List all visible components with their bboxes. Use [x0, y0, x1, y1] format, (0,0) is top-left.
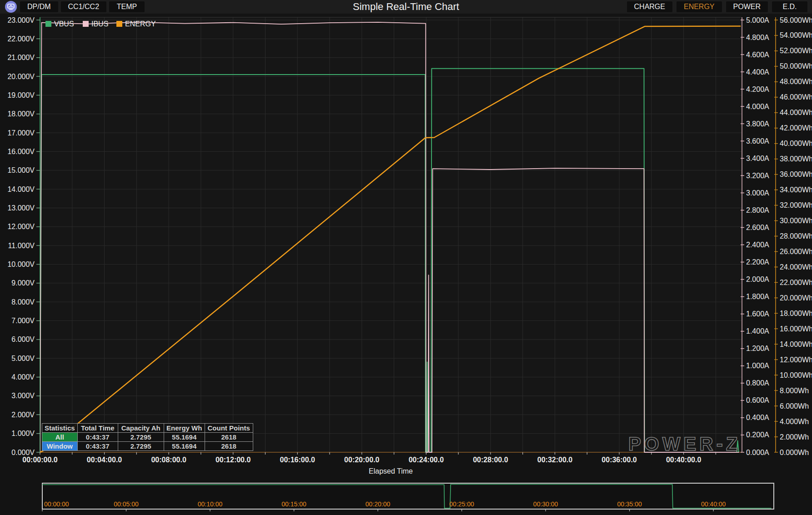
- table-row: Window 0:43:37 2.7295 55.1694 2618: [42, 442, 253, 451]
- svg-text:00:32:00.0: 00:32:00.0: [537, 456, 572, 464]
- svg-text:3.000A: 3.000A: [746, 189, 769, 197]
- time-tick-labels: 00:00:00.000:04:00.000:08:00.000:12:00.0…: [22, 452, 716, 464]
- svg-text:00:12:00.0: 00:12:00.0: [216, 456, 251, 464]
- svg-text:1.400A: 1.400A: [746, 327, 769, 335]
- svg-text:19.000V: 19.000V: [7, 91, 35, 99]
- svg-text:2.000Wh: 2.000Wh: [780, 433, 809, 441]
- svg-text:40.000Wh: 40.000Wh: [780, 140, 812, 147]
- navigator-time-label: 00:00:00: [44, 500, 69, 508]
- svg-text:1.800A: 1.800A: [746, 293, 769, 300]
- table-row: All 0:43:37 2.7295 55.1694 2618: [42, 433, 253, 442]
- svg-text:00:40:00.0: 00:40:00.0: [666, 456, 701, 464]
- svg-text:21.000V: 21.000V: [7, 54, 35, 61]
- stats-col-energy: Energy Wh: [164, 424, 205, 433]
- svg-text:4.000Wh: 4.000Wh: [780, 418, 809, 425]
- svg-text:42.000Wh: 42.000Wh: [780, 124, 812, 132]
- svg-text:2.200A: 2.200A: [746, 258, 769, 266]
- svg-text:00:16:00.0: 00:16:00.0: [280, 456, 315, 464]
- x-axis-title: Elapsed Time: [369, 467, 413, 475]
- app-logo-icon[interactable]: [5, 1, 17, 13]
- tab-ed[interactable]: E.D.: [772, 1, 807, 12]
- svg-text:3.800A: 3.800A: [746, 120, 769, 128]
- svg-text:18.000V: 18.000V: [7, 110, 35, 118]
- svg-text:2.800A: 2.800A: [746, 206, 769, 214]
- svg-text:26.000Wh: 26.000Wh: [780, 248, 812, 255]
- stats-window-capacity: 2.7295: [118, 442, 164, 451]
- svg-text:24.000Wh: 24.000Wh: [780, 263, 812, 271]
- navigator-time-label: 00:10:00: [198, 500, 223, 508]
- svg-text:13.000V: 13.000V: [7, 204, 35, 212]
- svg-text:36.000Wh: 36.000Wh: [780, 170, 812, 178]
- svg-text:30.000Wh: 30.000Wh: [780, 217, 812, 225]
- svg-text:17.000V: 17.000V: [7, 129, 35, 137]
- svg-text:4.800A: 4.800A: [746, 34, 769, 41]
- svg-text:4.000A: 4.000A: [746, 103, 769, 110]
- svg-text:2.400A: 2.400A: [746, 241, 769, 249]
- tab-power[interactable]: POWER: [726, 1, 768, 12]
- svg-text:00:08:00.0: 00:08:00.0: [151, 456, 186, 464]
- svg-text:5.000A: 5.000A: [746, 16, 769, 24]
- svg-text:3.600A: 3.600A: [746, 137, 769, 145]
- tab-energy[interactable]: ENERGY: [677, 1, 722, 12]
- svg-text:3.000V: 3.000V: [11, 392, 35, 400]
- svg-text:1.200A: 1.200A: [746, 345, 769, 352]
- stats-col-total-time: Total Time: [77, 424, 118, 433]
- stats-row-window-label: Window: [42, 442, 78, 451]
- svg-text:46.000Wh: 46.000Wh: [780, 93, 812, 101]
- energy-swatch-icon: [116, 21, 122, 27]
- legend-item-vbus[interactable]: VBUS: [45, 20, 74, 28]
- svg-text:0.400A: 0.400A: [746, 414, 769, 421]
- svg-text:5.000V: 5.000V: [11, 355, 35, 362]
- svg-text:22.000V: 22.000V: [7, 35, 35, 43]
- svg-text:18.000Wh: 18.000Wh: [780, 310, 812, 317]
- stats-all-count: 2618: [205, 433, 253, 442]
- navigator-time-label: 00:15:00: [281, 500, 306, 508]
- svg-text:28.000Wh: 28.000Wh: [780, 232, 812, 240]
- svg-text:16.000Wh: 16.000Wh: [780, 325, 812, 333]
- svg-text:52.000Wh: 52.000Wh: [780, 47, 812, 55]
- svg-text:11.000V: 11.000V: [8, 242, 35, 250]
- navigator-time-label: 00:35:00: [617, 500, 642, 508]
- navigator[interactable]: 00:00:0000:05:0000:10:0000:15:0000:20:00…: [42, 483, 774, 511]
- svg-text:10.000V: 10.000V: [7, 260, 35, 268]
- svg-text:3.400A: 3.400A: [746, 155, 769, 162]
- legend: VBUSIBUSENERGY: [45, 20, 156, 28]
- tab-charge[interactable]: CHARGE: [627, 1, 672, 12]
- left-tab-group: DP/DM CC1/CC2 TEMP: [20, 1, 145, 12]
- tab-temp[interactable]: TEMP: [109, 1, 145, 12]
- statistics-header-row: Statistics Total Time Capacity Ah Energy…: [42, 424, 253, 433]
- legend-item-ibus[interactable]: IBUS: [83, 20, 108, 28]
- voltage-tick-labels: 0.000V1.000V2.000V3.000V4.000V5.000V6.00…: [7, 16, 40, 456]
- svg-text:20.000Wh: 20.000Wh: [780, 294, 812, 302]
- svg-text:IBUS: IBUS: [91, 20, 108, 28]
- stats-window-total-time: 0:43:37: [77, 442, 118, 451]
- stats-col-capacity: Capacity Ah: [118, 424, 164, 433]
- svg-text:VBUS: VBUS: [54, 20, 74, 28]
- navigator-time-label: 00:25:00: [449, 500, 474, 508]
- svg-text:ENERGY: ENERGY: [125, 20, 156, 28]
- svg-text:9.000V: 9.000V: [11, 279, 35, 287]
- stats-all-energy: 55.1694: [164, 433, 205, 442]
- navigator-time-label: 00:20:00: [366, 500, 391, 508]
- svg-text:12.000Wh: 12.000Wh: [780, 356, 812, 364]
- stats-col-statistics: Statistics: [42, 424, 78, 433]
- svg-text:6.000Wh: 6.000Wh: [780, 402, 809, 410]
- svg-text:2.000A: 2.000A: [746, 275, 769, 283]
- top-bar: DP/DM CC1/CC2 TEMP Simple Real-Time Char…: [0, 0, 812, 14]
- svg-text:0.000V: 0.000V: [11, 449, 35, 456]
- tab-dpdm[interactable]: DP/DM: [20, 1, 58, 12]
- plot-area[interactable]: [40, 17, 742, 452]
- tab-cc1cc2[interactable]: CC1/CC2: [61, 1, 106, 12]
- svg-text:23.000V: 23.000V: [7, 16, 35, 24]
- svg-text:1.000A: 1.000A: [746, 362, 769, 370]
- svg-text:32.000Wh: 32.000Wh: [780, 201, 812, 209]
- svg-text:2.000V: 2.000V: [11, 411, 35, 419]
- navigator-frame: [42, 483, 774, 509]
- svg-text:8.000Wh: 8.000Wh: [780, 387, 809, 395]
- svg-text:3.200A: 3.200A: [746, 172, 769, 180]
- svg-text:22.000Wh: 22.000Wh: [780, 279, 812, 286]
- svg-text:2.600A: 2.600A: [746, 224, 769, 231]
- svg-text:0.000Wh: 0.000Wh: [780, 449, 809, 456]
- navigator-time-label: 00:05:00: [114, 500, 139, 508]
- svg-text:50.000Wh: 50.000Wh: [780, 62, 812, 70]
